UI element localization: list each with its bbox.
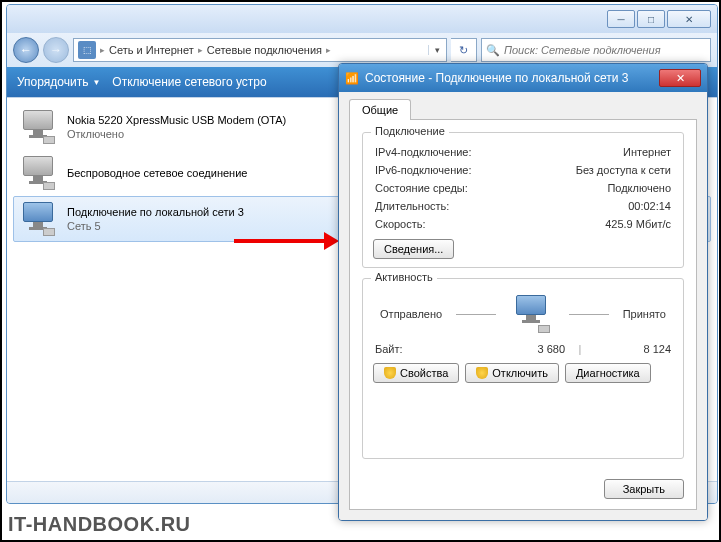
item-name: Nokia 5220 XpressMusic USB Modem (OTA) <box>67 113 286 127</box>
dialog-title: Состояние - Подключение по локальной сет… <box>365 71 653 85</box>
search-box[interactable]: 🔍 <box>481 38 711 62</box>
tab-panel: Подключение IPv4-подключение:Интернет IP… <box>349 120 697 510</box>
item-name: Беспроводное сетевое соединение <box>67 166 247 180</box>
activity-group: Активность Отправлено Принято Байт: 3 68… <box>362 278 684 459</box>
refresh-button[interactable]: ↻ <box>451 38 477 62</box>
ipv6-value: Без доступа к сети <box>576 164 671 176</box>
tab-general[interactable]: Общие <box>349 99 411 120</box>
shield-icon <box>384 367 396 379</box>
search-icon: 🔍 <box>486 44 500 57</box>
disable-button[interactable]: Отключить <box>465 363 559 383</box>
disable-device-button[interactable]: Отключение сетевого устро <box>112 75 266 89</box>
tabstrip: Общие <box>349 98 697 120</box>
chevron-down-icon: ▼ <box>92 78 100 87</box>
group-title: Подключение <box>371 125 449 137</box>
details-button[interactable]: Сведения... <box>373 239 454 259</box>
bytes-label: Байт: <box>375 343 455 355</box>
disable-label: Отключить <box>492 367 548 379</box>
diagnostics-button[interactable]: Диагностика <box>565 363 651 383</box>
navbar: ← → ⬚ ▸ Сеть и Интернет ▸ Сетевые подклю… <box>7 33 717 67</box>
received-label: Принято <box>623 308 666 320</box>
dialog-titlebar: 📶 Состояние - Подключение по локальной с… <box>339 64 707 92</box>
item-status: Сеть 5 <box>67 219 244 233</box>
properties-button[interactable]: Свойства <box>373 363 459 383</box>
organize-menu[interactable]: Упорядочить ▼ <box>17 75 100 89</box>
bytes-recv-value: 8 124 <box>595 343 671 355</box>
breadcrumb-item[interactable]: Сетевые подключения <box>203 44 326 56</box>
search-input[interactable] <box>504 44 706 56</box>
organize-label: Упорядочить <box>17 75 88 89</box>
maximize-button[interactable]: □ <box>637 10 665 28</box>
status-dialog: 📶 Состояние - Подключение по локальной с… <box>338 63 708 521</box>
divider <box>569 314 609 315</box>
minimize-button[interactable]: ─ <box>607 10 635 28</box>
divider: | <box>565 343 595 355</box>
ipv6-label: IPv6-подключение: <box>375 164 472 176</box>
breadcrumb-item[interactable]: Сеть и Интернет <box>105 44 198 56</box>
ipv4-label: IPv4-подключение: <box>375 146 472 158</box>
speed-label: Скорость: <box>375 218 426 230</box>
network-icon: ⬚ <box>78 41 96 59</box>
media-label: Состояние среды: <box>375 182 468 194</box>
address-dropdown[interactable]: ▾ <box>428 45 446 55</box>
item-name: Подключение по локальной сети 3 <box>67 205 244 219</box>
address-bar[interactable]: ⬚ ▸ Сеть и Интернет ▸ Сетевые подключени… <box>73 38 447 62</box>
disable-label: Отключение сетевого устро <box>112 75 266 89</box>
forward-button[interactable]: → <box>43 37 69 63</box>
divider <box>456 314 496 315</box>
speed-value: 425.9 Мбит/с <box>605 218 671 230</box>
duration-label: Длительность: <box>375 200 449 212</box>
connection-group: Подключение IPv4-подключение:Интернет IP… <box>362 132 684 268</box>
watermark: IT-HANDBOOK.RU <box>8 513 191 536</box>
ipv4-value: Интернет <box>623 146 671 158</box>
chevron-right-icon: ▸ <box>326 45 331 55</box>
close-button[interactable]: Закрыть <box>604 479 684 499</box>
shield-icon <box>476 367 488 379</box>
close-button[interactable]: ✕ <box>667 10 711 28</box>
network-status-icon: 📶 <box>345 71 359 85</box>
connection-icon <box>17 200 59 238</box>
connection-icon <box>17 154 59 192</box>
activity-icon <box>510 295 554 333</box>
group-title: Активность <box>371 271 437 283</box>
media-value: Подключено <box>607 182 671 194</box>
dialog-close-button[interactable]: ✕ <box>659 69 701 87</box>
properties-label: Свойства <box>400 367 448 379</box>
sent-label: Отправлено <box>380 308 442 320</box>
back-button[interactable]: ← <box>13 37 39 63</box>
titlebar: ─ □ ✕ <box>7 5 717 33</box>
duration-value: 00:02:14 <box>628 200 671 212</box>
item-status: Отключено <box>67 127 286 141</box>
annotation-arrow <box>234 232 339 250</box>
bytes-sent-value: 3 680 <box>455 343 565 355</box>
connection-icon <box>17 108 59 146</box>
